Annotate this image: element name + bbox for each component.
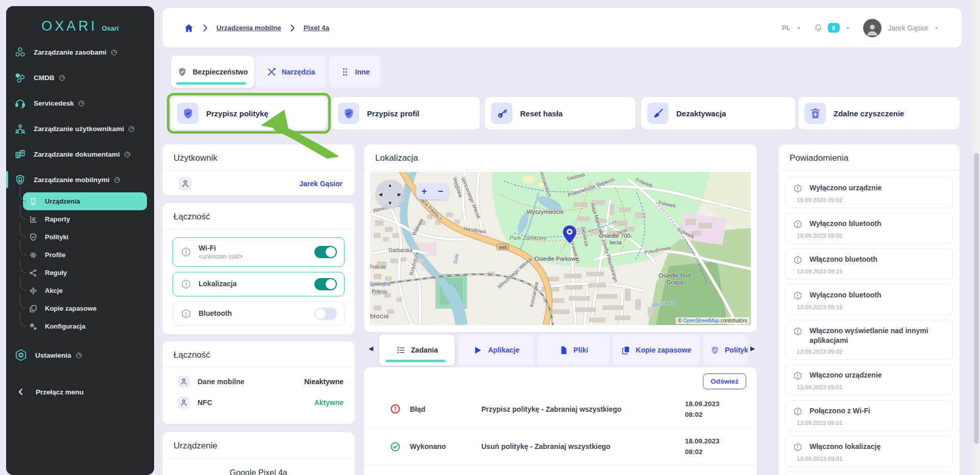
tab-label: Narzędzia bbox=[282, 68, 315, 76]
pan-up-icon[interactable]: ▲ bbox=[388, 183, 393, 188]
breadcrumb-link-mobile-devices[interactable]: Urządzenia mobilne bbox=[216, 24, 281, 32]
mobile-shield-icon bbox=[14, 174, 26, 186]
notification-item[interactable]: Włączono bluetooth bbox=[785, 471, 953, 475]
notification-badge[interactable]: 0 bbox=[828, 23, 840, 33]
card-title: Urządzenie bbox=[162, 432, 355, 458]
notification-item[interactable]: Włączono lokalizację 13.09.2023 09:01 bbox=[785, 436, 953, 467]
main-tab[interactable]: Narzędzia bbox=[255, 56, 326, 88]
task-row[interactable]: Wykonano Usuń politykę - Zabraniaj wszys… bbox=[364, 428, 757, 465]
user-menu[interactable]: Jarek Gąsior bbox=[888, 24, 928, 32]
grid-icon bbox=[340, 67, 350, 77]
task-date: 18.09.2023 bbox=[685, 436, 744, 446]
user-link[interactable]: Jarek Gąsior bbox=[299, 180, 342, 188]
action-card[interactable]: Dezaktywacja bbox=[641, 97, 795, 130]
device-tab[interactable]: Pliki bbox=[537, 335, 609, 365]
map-zoom-control: + − bbox=[416, 183, 449, 199]
main-tab[interactable]: Bezpieczeństwo bbox=[171, 56, 254, 88]
sidebar-item[interactable]: CMDB bbox=[6, 65, 154, 90]
card-title: Powiadomienia bbox=[778, 144, 960, 170]
sidebar-toggle-menu[interactable]: Przełącz menu bbox=[6, 379, 154, 405]
notification-date: 19.09.2023 09:02 bbox=[797, 197, 946, 203]
pan-left-icon[interactable]: ◀ bbox=[379, 192, 382, 197]
gauge-icon bbox=[128, 125, 135, 133]
backups-icon bbox=[29, 304, 38, 313]
task-row[interactable]: Błąd Przypisz politykę - Zabraniaj wszys… bbox=[364, 390, 757, 428]
map[interactable]: WesołaWodaWałowaGarbarskaRzeźniczaJana P… bbox=[370, 172, 751, 325]
sidebar-item-label: Ustawienia bbox=[35, 352, 71, 359]
trash-up-icon bbox=[804, 103, 826, 124]
device-tab[interactable]: Aplikacje bbox=[458, 335, 534, 365]
notification-item[interactable]: Włączono urządzenie 13.09.2023 09:01 bbox=[785, 364, 953, 395]
task-row[interactable]: Wykonano Przypisz politykę - Zabraniaj w… bbox=[364, 465, 757, 475]
tab-label: Polityk bbox=[725, 346, 748, 354]
notification-item[interactable]: Połączono z Wi-Fi 13.09.2023 09:01 bbox=[785, 400, 953, 431]
sidebar-subitem[interactable]: Polityki bbox=[6, 228, 154, 246]
task-status: Błąd bbox=[410, 405, 481, 413]
tabs-scroll-right[interactable]: ▶ bbox=[750, 345, 757, 354]
tasks-icon bbox=[396, 345, 406, 355]
tabs-scroll-left[interactable]: ◀ bbox=[369, 345, 376, 354]
sidebar-item[interactable]: Zarządzanie zasobami bbox=[6, 39, 154, 65]
sidebar-item[interactable]: Servicedesk bbox=[6, 90, 154, 116]
notification-item[interactable]: Wyłączono urządznie 19.09.2023 09:02 bbox=[785, 177, 953, 208]
device-tab[interactable]: Zadania bbox=[379, 335, 455, 365]
sidebar-item[interactable]: Zarządzanie dokumentami bbox=[6, 141, 154, 167]
toggle-switch[interactable] bbox=[314, 278, 337, 290]
sidebar-subitem[interactable]: Profile bbox=[6, 246, 154, 264]
refresh-button[interactable]: Odśwież bbox=[703, 373, 746, 389]
sidebar-subitem[interactable]: Kopie zapasowe bbox=[6, 299, 154, 317]
avatar[interactable] bbox=[863, 19, 881, 37]
pan-right-icon[interactable]: ▶ bbox=[398, 192, 401, 197]
action-label: Reset hasła bbox=[520, 109, 562, 118]
sidebar-item[interactable]: Zarządzanie mobilnymi bbox=[6, 167, 154, 192]
sidebar-subitem[interactable]: Reguły bbox=[6, 264, 154, 282]
sidebar-item[interactable]: Zarządzanie użytkownikami bbox=[6, 116, 154, 141]
action-card[interactable]: Reset hasła bbox=[485, 97, 635, 130]
scrollbar-thumb[interactable] bbox=[974, 153, 979, 444]
sidebar-subitem[interactable]: Konfiguracja bbox=[6, 317, 154, 335]
sidebar-subitem[interactable]: Akcje bbox=[6, 282, 154, 299]
notification-item[interactable]: Wyłączono bluetooth 13.09.2023 09:15 bbox=[785, 284, 953, 315]
device-tab[interactable]: Kopie zapasowe bbox=[612, 335, 700, 365]
language-selector[interactable]: PL bbox=[782, 24, 791, 32]
sidebar-subitem[interactable]: Raporty bbox=[6, 210, 154, 228]
action-card[interactable]: Przypisz profil bbox=[332, 97, 480, 130]
app-logo[interactable]: OXARI Oxari bbox=[6, 6, 154, 39]
notification-item[interactable]: Włączono bluetooth 13.09.2023 09:15 bbox=[785, 248, 953, 280]
action-label: Przypisz politykę bbox=[206, 109, 268, 118]
main-tab[interactable]: Inne bbox=[329, 56, 380, 88]
pan-down-icon[interactable]: ▼ bbox=[388, 201, 393, 206]
sidebar-subitem-label: Kopie zapasowe bbox=[45, 305, 96, 312]
tab-label: Bezpieczeństwo bbox=[192, 68, 248, 76]
toggle-row: Lokalizacja bbox=[173, 272, 345, 296]
brand-text: Oxari bbox=[102, 24, 118, 32]
map-pan-control[interactable]: ▲ ▼ ◀ ▶ bbox=[375, 180, 405, 209]
sidebar-subitem-label: Polityki bbox=[45, 233, 68, 241]
caret-down-icon[interactable] bbox=[844, 24, 851, 32]
breadcrumb-link-device[interactable]: Pixel 4a bbox=[304, 24, 329, 32]
action-card[interactable]: Zdalne czyszczenie bbox=[798, 97, 960, 130]
zoom-out-button[interactable]: − bbox=[438, 187, 444, 196]
status-row: Dane mobilne Nieaktywne bbox=[178, 376, 344, 388]
notification-item[interactable]: Wyłączono bluetooth 19.09.2023 09:02 bbox=[785, 213, 953, 244]
gauge-icon bbox=[58, 74, 66, 82]
osm-link[interactable]: OpenStreetMap bbox=[683, 318, 719, 323]
bell-icon[interactable] bbox=[813, 23, 823, 33]
sidebar-item-settings[interactable]: Ustawienia bbox=[6, 342, 154, 368]
caret-down-icon[interactable] bbox=[795, 24, 802, 32]
active-tab-indicator bbox=[176, 82, 246, 85]
zoom-in-button[interactable]: + bbox=[422, 187, 427, 196]
sidebar-subitem[interactable]: Urządzenia bbox=[23, 192, 147, 210]
home-icon[interactable] bbox=[184, 23, 194, 33]
hex-warn-icon bbox=[793, 255, 803, 265]
sidebar-item-label: Zarządzanie zasobami bbox=[34, 48, 107, 56]
scrollbar-track[interactable] bbox=[973, 0, 980, 475]
device-tab[interactable]: Polityk bbox=[703, 335, 748, 365]
toggle-switch[interactable] bbox=[314, 308, 337, 320]
notification-item[interactable]: Włączono wyświetlanie nad innymi aplikac… bbox=[785, 320, 953, 360]
top-header: Urządzenia mobilne Pixel 4a PL 0 Jarek G… bbox=[162, 8, 962, 47]
caret-down-icon[interactable] bbox=[933, 24, 940, 32]
action-card-highlighted[interactable]: Przypisz politykę bbox=[171, 97, 327, 130]
toggle-switch[interactable] bbox=[314, 246, 337, 258]
notification-title: Włączono lokalizację bbox=[810, 442, 880, 452]
